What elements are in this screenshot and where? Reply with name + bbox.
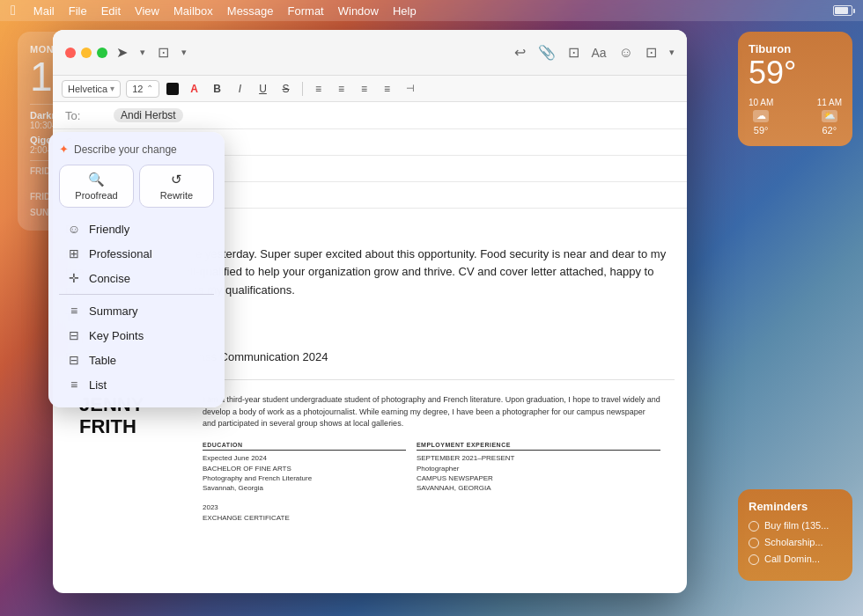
proofread-label: Proofread: [75, 190, 117, 201]
font-size-select[interactable]: 12 ⌃: [126, 80, 159, 98]
cv-employment-content: SEPTEMBER 2021–PRESENT Photographer CAMP…: [417, 453, 660, 493]
ai-describe-row: ✦ Describe your change: [59, 143, 214, 156]
format-divider-1: [302, 82, 303, 96]
ai-menu-friendly[interactable]: ☺ Friendly: [59, 216, 214, 241]
menu-window[interactable]: Window: [338, 4, 379, 18]
friendly-label: Friendly: [89, 223, 129, 236]
color-button[interactable]: [166, 83, 179, 95]
reminders-widget: Reminders Buy film (135... Scholarship..…: [738, 489, 852, 581]
menu-file[interactable]: File: [69, 4, 87, 18]
weather-location: Tiburon: [749, 42, 842, 55]
weather-temperature: 59°: [749, 55, 842, 91]
attachment-icon[interactable]: 📎: [538, 44, 556, 61]
menubar:  Mail File Edit View Mailbox Message Fo…: [0, 0, 863, 21]
link-icon[interactable]: ⊡: [568, 44, 579, 61]
apple-menu[interactable]: : [11, 3, 16, 18]
keypoints-icon: ⊟: [66, 328, 82, 342]
ai-menu-table[interactable]: ⊟ Table: [59, 348, 214, 372]
menu-edit[interactable]: Edit: [101, 4, 121, 18]
strikethrough-button[interactable]: S: [277, 80, 295, 98]
minimize-button[interactable]: [81, 48, 92, 58]
ai-menu-summary[interactable]: ≡ Summary: [59, 298, 214, 323]
weather-icon-11am: ⛅: [822, 110, 837, 122]
rewrite-icon: ↺: [171, 172, 182, 187]
weather-widget: Tiburon 59° 10 AM ☁ 59° 11 AM ⛅ 62°: [738, 32, 852, 146]
align-center-button[interactable]: ≡: [333, 80, 350, 98]
summary-icon: ≡: [66, 304, 82, 318]
align-left-button[interactable]: ≡: [310, 80, 328, 98]
concise-icon: ✛: [66, 271, 82, 285]
weather-hour-11am: 11 AM ⛅ 62°: [817, 98, 842, 136]
friendly-icon: ☺: [66, 222, 82, 236]
highlight-button[interactable]: A: [186, 80, 203, 98]
cv-sections: EDUCATION Expected June 2024 BACHELOR OF…: [203, 441, 660, 523]
proofread-button[interactable]: 🔍 Proofread: [59, 165, 134, 208]
compose-icon[interactable]: ⊡: [158, 44, 169, 61]
cv-content: I am a third-year student undergraduate …: [203, 394, 660, 541]
weather-hour-10am: 10 AM ☁ 59°: [749, 98, 773, 136]
reminders-title: Reminders: [749, 500, 842, 513]
menu-mailbox[interactable]: Mailbox: [173, 4, 213, 18]
cv-education-content: Expected June 2024 BACHELOR OF FINE ARTS…: [203, 453, 406, 522]
photo-icon[interactable]: ⊡: [645, 44, 657, 61]
concise-label: Concise: [89, 272, 130, 285]
format-bar: Helvetica ▾ 12 ⌃ A B I U S ≡ ≡ ≡ ≡ ⊣: [53, 76, 687, 102]
summary-label: Summary: [89, 304, 138, 318]
cv-bio: I am a third-year student undergraduate …: [203, 394, 660, 430]
keypoints-label: Key Points: [89, 329, 144, 342]
underline-button[interactable]: U: [254, 80, 272, 98]
table-icon: ⊟: [66, 353, 82, 367]
reminder-item-3: Call Domin...: [749, 554, 842, 565]
close-button[interactable]: [65, 48, 76, 58]
ai-divider: [59, 294, 214, 295]
to-field[interactable]: To: Andi Herbst: [53, 102, 687, 129]
rewrite-label: Rewrite: [160, 190, 193, 201]
table-label: Table: [89, 354, 116, 367]
ai-menu-concise[interactable]: ✛ Concise: [59, 266, 214, 290]
weather-icon-10am: ☁: [753, 110, 769, 122]
emoji-icon[interactable]: ☺: [619, 45, 633, 61]
italic-button[interactable]: I: [232, 80, 249, 98]
list-label: List: [89, 378, 107, 392]
chevron-down-icon[interactable]: ▾: [140, 47, 145, 58]
compose-chevron-icon[interactable]: ▾: [181, 47, 187, 58]
list-icon: ≡: [66, 378, 82, 392]
to-recipient[interactable]: Andi Herbst: [114, 108, 183, 122]
ai-menu-keypoints[interactable]: ⊟ Key Points: [59, 323, 214, 348]
battery-icon: [833, 5, 852, 16]
menu-format[interactable]: Format: [288, 4, 324, 18]
menu-help[interactable]: Help: [393, 4, 417, 18]
traffic-lights: [65, 48, 107, 58]
professional-icon: ⊞: [66, 246, 82, 260]
ai-menu-list[interactable]: ≡ List: [59, 372, 214, 397]
cv-name-block: JENNY FRITH: [79, 394, 185, 541]
weather-forecast: 10 AM ☁ 59° 11 AM ⛅ 62°: [749, 98, 842, 136]
rewrite-button[interactable]: ↺ Rewrite: [139, 165, 214, 208]
cv-employment: EMPLOYMENT EXPERIENCE SEPTEMBER 2021–PRE…: [417, 441, 660, 523]
desktop:  Mail File Edit View Mailbox Message Fo…: [0, 0, 863, 616]
professional-label: Professional: [89, 247, 152, 260]
menu-mail[interactable]: Mail: [33, 4, 55, 18]
menu-view[interactable]: View: [135, 4, 159, 18]
ai-writing-panel: ✦ Describe your change 🔍 Proofread ↺ Rew…: [48, 132, 225, 407]
to-label: To:: [65, 109, 114, 122]
reminder-item-2: Scholarship...: [749, 537, 842, 548]
ai-menu-professional[interactable]: ⊞ Professional: [59, 241, 214, 266]
cv-education: EDUCATION Expected June 2024 BACHELOR OF…: [203, 441, 406, 523]
font-select[interactable]: Helvetica ▾: [62, 80, 121, 98]
align-right-button[interactable]: ≡: [356, 80, 373, 98]
ai-actions: 🔍 Proofread ↺ Rewrite: [59, 165, 214, 208]
bold-button[interactable]: B: [209, 80, 226, 98]
proofread-icon: 🔍: [88, 172, 105, 187]
list-button[interactable]: ≡: [379, 80, 396, 98]
send-icon[interactable]: ➤: [116, 44, 128, 61]
spark-icon: ✦: [59, 143, 69, 156]
mail-toolbar: ➤ ▾ ⊡ ▾ ↩ 📎 ⊡ Aa ☺ ⊡ ▾: [116, 44, 675, 61]
mail-titlebar: ➤ ▾ ⊡ ▾ ↩ 📎 ⊡ Aa ☺ ⊡ ▾: [53, 30, 687, 76]
reply-icon[interactable]: ↩: [514, 44, 526, 61]
photo-chevron-icon[interactable]: ▾: [669, 47, 675, 58]
indent-button[interactable]: ⊣: [402, 80, 419, 98]
maximize-button[interactable]: [97, 48, 107, 58]
menu-message[interactable]: Message: [227, 4, 274, 18]
font-icon[interactable]: Aa: [592, 46, 607, 60]
